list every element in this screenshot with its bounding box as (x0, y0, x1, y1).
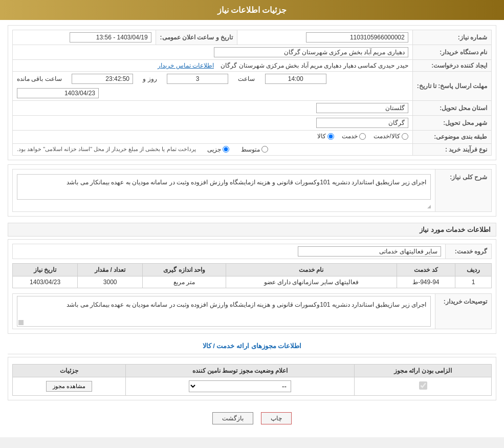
grohe-table: گروه خدمت: سایر فعالیتهای خدماتی (12, 244, 492, 259)
resize-hint: ◢ (427, 204, 431, 209)
namedastgah-label: نام دستگاه خریدار: (412, 45, 491, 60)
service-table: ردیف کد خدمت نام خدمت واحد اندازه گیری ت… (12, 263, 492, 288)
grohe-input: سایر فعالیتهای خدماتی (298, 246, 441, 257)
tabaqe-khedmat-radio[interactable] (359, 133, 366, 140)
ij-label: ایجاد کننده درخواست: (412, 60, 491, 72)
ostan-label: استان محل تحویل: (412, 101, 491, 116)
noefar-motavset-radio[interactable] (261, 146, 268, 153)
permit-col-elzami: الزامی بودن ارائه مجوز (355, 364, 492, 377)
permit-table-row: -- مشاهده مجوز (13, 377, 492, 395)
ij-text: حیدر حیدری کماسی دهیار دهیاری مریم آباد … (221, 62, 408, 69)
tarikh-value: 1403/04/19 - 13:56 (13, 30, 156, 45)
permit-status-cell: -- (125, 377, 354, 395)
mohlat-row: ساعت باقی مانده 23:42:50 روز و 3 ساعت 14… (17, 74, 408, 98)
permit-table-header: الزامی بودن ارائه مجوز اعلام وضعیت مجوز … (13, 364, 492, 377)
sharh-row: شرح کلی نیاز: اجرای زیر سازیطبق استاندار… (13, 169, 492, 211)
top-info-section: شماره نیاز: 1103105966000002 تاریخ و ساع… (8, 25, 496, 160)
mohlat-time-input: 23:42:50 (72, 74, 133, 84)
table-cell-tarikh: 1403/04/23 (13, 276, 78, 288)
mohlat-roz-input: 3 (167, 74, 228, 84)
footer-buttons: چاپ بازگشت (8, 404, 496, 432)
permit-table: الزامی بودن ارائه مجوز اعلام وضعیت مجوز … (12, 364, 492, 396)
header-title: جزئیات اطلاعات نیاز (217, 6, 287, 14)
ij-link[interactable]: اطلاعات تماس خریدار (158, 62, 214, 69)
tabaqe-kalakhedmat-label: کالا/خدمت (374, 133, 400, 140)
row-ostan: استان محل تحویل: گلستان (13, 101, 492, 116)
tabaqe-kala-khedmat[interactable]: کالا/خدمت (374, 133, 408, 140)
mohlat-roz-label: روز و (143, 75, 157, 82)
tabaqe-khedmat[interactable]: خدمت (342, 133, 366, 140)
tabaqe-kala-radio[interactable] (327, 133, 334, 140)
page-wrapper: جزئیات اطلاعات نیاز شماره نیاز: 11031059… (0, 0, 504, 437)
table-cell-vahed: متر مربع (143, 276, 226, 288)
shahr-value: گرگان (13, 116, 413, 131)
row-ij: ایجاد کننده درخواست: حیدر حیدری کماسی ده… (13, 60, 492, 72)
col-kod: کد خدمت (397, 263, 455, 276)
noefar-row: پرداخت تمام یا بخشی از مبلغ خریدار از مح… (17, 146, 408, 153)
sharh-section: شرح کلی نیاز: اجرای زیر سازیطبق استاندار… (8, 164, 496, 217)
permit-view-button[interactable]: مشاهده مجوز (46, 381, 92, 392)
sharh-table: شرح کلی نیاز: اجرای زیر سازیطبق استاندار… (12, 169, 492, 212)
tabaqe-khedmat-label: خدمت (342, 133, 358, 140)
noefar-label: نوع فرآیند خرید : (412, 143, 491, 155)
row-tabaqe: طبقه بندی موضوعی: کالا خدمت (13, 131, 492, 144)
namedastgah-input: دهیاری مریم آباد بخش مرکزی شهرستان گرگان (214, 47, 408, 57)
permit-status-select[interactable]: -- (189, 380, 291, 392)
resize-handle (18, 320, 24, 325)
shomareNiaz-label: شماره نیاز: (412, 30, 491, 45)
buyer-note-text: اجرای زیر سازیطبق استاندارد دنشریه 101وک… (67, 301, 426, 308)
services-section-title: اطلاعات خدمات مورد نیاز (8, 223, 496, 237)
table-cell-name: فعالیتهای سایر سازمانهای دارای عضو (226, 276, 397, 288)
permit-elzami-checkbox[interactable] (419, 381, 427, 390)
permit-section: الزامی بودن ارائه مجوز اعلام وضعیت مجوز … (8, 357, 496, 400)
buyer-note-label: توصیحات خریدار: (435, 293, 492, 329)
col-tedad: تعداد / مقدار (78, 263, 143, 276)
buyer-note-value: اجرای زیر سازیطبق استاندارد دنشریه 101وک… (13, 293, 435, 329)
tabaqe-kala[interactable]: کالا (317, 133, 334, 140)
mohlat-remain-text: ساعت باقی مانده (17, 75, 62, 82)
col-vahed: واحد اندازه گیری (143, 263, 226, 276)
permit-col-status: اعلام وضعیت مجوز توسط نامین کننده (125, 364, 354, 377)
shahr-label: شهر محل تحویل: (412, 116, 491, 131)
tabaqe-kala-label: کالا (317, 133, 326, 140)
sharh-box: اجرای زیر سازیطبق استاندارد دنشریه 101وک… (17, 174, 431, 200)
table-cell-radif: 1 (455, 276, 492, 288)
ostan-value: گلستان (13, 101, 413, 116)
grohe-row: گروه خدمت: سایر فعالیتهای خدماتی (13, 244, 492, 259)
row-noefar: نوع فرآیند خرید : پرداخت تمام یا بخشی از… (13, 143, 492, 155)
row-shomaren: شماره نیاز: 1103105966000002 تاریخ و ساع… (13, 30, 492, 45)
mohlat-date-input: 1403/04/23 (17, 88, 99, 98)
col-name: نام خدمت (226, 263, 397, 276)
tabaqe-kalakhedmat-radio[interactable] (402, 133, 408, 140)
noefar-note: پرداخت تمام یا بخشی از مبلغ خریدار از مح… (17, 146, 196, 153)
sharh-value: اجرای زیر سازیطبق استاندارد دنشریه 101وک… (13, 169, 435, 211)
ij-value: حیدر حیدری کماسی دهیار دهیاری مریم آباد … (13, 60, 413, 72)
shahr-input: گرگان (316, 118, 408, 128)
table-cell-kod: 949-94-ط (397, 276, 455, 288)
noefar-jozi[interactable]: جزیی (207, 146, 229, 153)
tarikh-input: 1403/04/19 - 13:56 (70, 32, 151, 42)
row-mohlat: مهلت ارسال پاسخ: تا تاریخ: ساعت باقی مان… (13, 72, 492, 101)
tabaqe-value: کالا خدمت کالا/خدمت (13, 131, 413, 144)
tabaqe-radio-group: کالا خدمت کالا/خدمت (317, 133, 408, 140)
mohlat-label: مهلت ارسال پاسخ: تا تاریخ: (412, 72, 491, 101)
permit-elzami-cell (355, 377, 492, 395)
tarikh-label: تاریخ و ساعت اعلان عمومی: (156, 30, 237, 45)
buyer-note-row: توصیحات خریدار: اجرای زیر سازیطبق استاند… (13, 293, 492, 329)
permit-details-cell: مشاهده مجوز (13, 377, 126, 395)
buyer-note-table: توصیحات خریدار: اجرای زیر سازیطبق استاند… (12, 293, 492, 329)
col-radif: ردیف (455, 263, 492, 276)
col-tarikh: تاریخ نیاز (13, 263, 78, 276)
service-table-header: ردیف کد خدمت نام خدمت واحد اندازه گیری ت… (13, 263, 492, 276)
mohlat-saaat-label: ساعت (238, 75, 255, 82)
table-cell-tedad: 3000 (78, 276, 143, 288)
services-section: گروه خدمت: سایر فعالیتهای خدماتی ردیف کد… (8, 239, 496, 334)
mohlat-saaat-input: 14:00 (265, 74, 326, 84)
sharh-label: شرح کلی نیاز: (435, 169, 492, 211)
shomareNiaz-value: 1103105966000002 (237, 30, 412, 45)
mohlat-value: ساعت باقی مانده 23:42:50 روز و 3 ساعت 14… (13, 72, 413, 101)
noefar-jozi-radio[interactable] (223, 146, 229, 153)
noefar-motavset[interactable]: متوسط (241, 146, 268, 153)
print-button[interactable]: چاپ (261, 412, 292, 424)
back-button[interactable]: بازگشت (212, 412, 253, 424)
